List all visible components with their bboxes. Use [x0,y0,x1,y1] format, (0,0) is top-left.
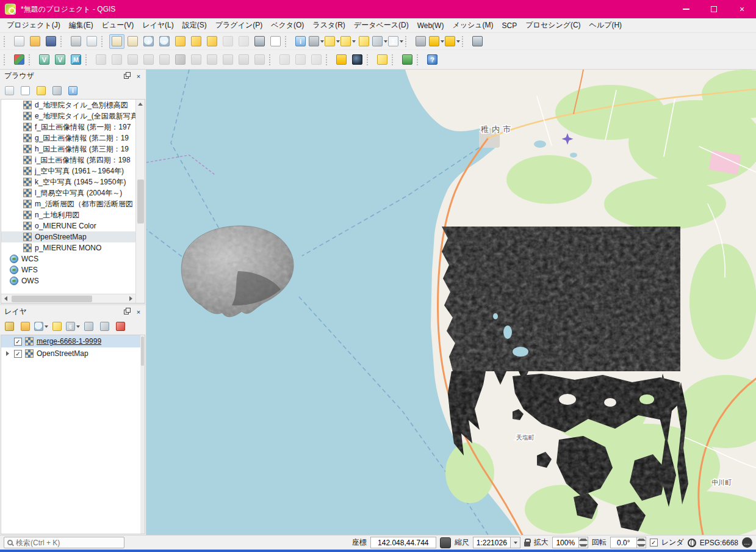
dropdown-arrow-icon[interactable] [352,40,356,43]
browser-item[interactable]: k_空中写真 (1945～1950年) [1,176,135,187]
browser-item[interactable]: h_国土画像情報 (第三期：19 [1,143,135,154]
trim-extend-button[interactable] [309,53,324,67]
browser-item[interactable]: n_土地利用図 [1,209,135,220]
scroll-right-button[interactable] [126,294,135,303]
close-panel-button[interactable]: × [134,307,143,316]
new-shapefile-layer-button[interactable]: V [52,53,68,67]
toolbar-grip[interactable] [392,54,397,65]
rotation-spinner[interactable] [637,537,646,548]
save-layer-edits-button[interactable] [109,53,124,67]
temporal-controller-button[interactable] [470,34,485,49]
scrollbar-thumb[interactable] [12,296,92,302]
add-selected-layers-button[interactable] [2,84,16,98]
layer-visibility-checkbox[interactable]: ✓ [14,338,22,346]
scale-dropdown-button[interactable] [511,537,520,548]
menu-vector[interactable]: ベクタ(O) [267,18,308,32]
multiedit-button[interactable] [293,53,308,67]
menu-help[interactable]: ヘルプ(H) [585,18,627,32]
toolbar-grip[interactable] [367,54,372,65]
menu-view[interactable]: ビュー(V) [98,18,139,32]
show-bookmarks-button[interactable] [445,34,460,49]
cut-features-button[interactable] [189,53,204,67]
dropdown-arrow-icon[interactable] [400,40,403,43]
log-messages-button[interactable] [400,53,415,67]
browser-item[interactable]: o_MIERUNE Color [1,220,135,231]
map-tips-button[interactable] [413,34,428,49]
browser-item[interactable]: g_国土画像情報 (第二期：19 [1,133,135,143]
copy-features-button[interactable] [204,53,220,67]
layer-visibility-checkbox[interactable]: ✓ [14,350,22,358]
zoom-full-button[interactable] [173,34,188,49]
maximize-button[interactable] [700,0,728,18]
browser-item[interactable]: p_MIERUNE MONO [1,242,135,253]
locator-search[interactable] [4,537,124,548]
browser-item[interactable]: d_地理院タイル_色別標高図 [1,100,135,111]
minimize-button[interactable] [672,0,700,18]
metasearch-button[interactable] [350,53,365,67]
toolbar-grip[interactable] [4,36,9,47]
filter-browser-button[interactable] [34,84,48,98]
new-virtual-layer-button[interactable]: M [68,53,84,67]
select-features-button[interactable] [325,34,340,49]
layers-vertical-scrollbar[interactable] [140,335,145,534]
coordinate-input[interactable] [370,537,436,548]
dropdown-arrow-icon[interactable] [336,40,340,43]
expand-layer-button[interactable] [4,351,11,356]
measure-button[interactable] [372,34,387,49]
layer-item-merge[interactable]: ✓ merge-6668-1-9999 [1,335,140,347]
menu-mesh[interactable]: メッシュ(M) [448,18,497,32]
toggle-editing-button[interactable] [93,53,109,67]
delete-selected-button[interactable] [173,53,188,67]
dropdown-arrow-icon[interactable] [384,40,387,43]
toolbar-grip[interactable] [462,36,467,47]
crs-status-button[interactable]: EPSG:6668 [700,539,738,547]
move-feature-button[interactable] [141,53,156,67]
toolbar-grip[interactable] [101,36,106,47]
browser-item-ows[interactable]: OWS [1,275,135,286]
browser-horizontal-scrollbar[interactable] [1,294,135,303]
properties-widget-button[interactable]: i [66,84,80,98]
undo-button[interactable] [236,53,251,67]
browser-item-openstreetmap[interactable]: OpenStreetMap [1,231,135,242]
float-panel-button[interactable] [121,307,131,316]
browser-item[interactable]: i_国土画像情報 (第四期：198 [1,154,135,165]
save-project-button[interactable] [43,34,59,49]
identify-features-button[interactable]: i [293,34,308,49]
browser-item[interactable]: e_地理院タイル_(全国最新写真 [1,111,135,122]
browser-item-wcs[interactable]: WCS [1,253,135,264]
scroll-up-button[interactable] [136,100,145,109]
new-bookmark-button[interactable] [429,34,444,49]
toolbar-grip[interactable] [29,54,34,65]
dropdown-arrow-icon[interactable] [45,325,48,328]
new-print-layout-button[interactable] [68,34,84,49]
close-button[interactable]: × [728,0,756,18]
dropdown-arrow-icon[interactable] [76,325,80,328]
toolbar-grip[interactable] [85,54,90,65]
filter-by-expression-button[interactable]: ε [66,320,80,333]
menu-web[interactable]: Web(W) [413,20,448,32]
extents-toggle-icon[interactable] [440,537,451,548]
render-checkbox[interactable]: ✓ [650,539,658,547]
filter-legend-button[interactable] [50,320,64,333]
layer-item-openstreetmap[interactable]: ✓ OpenStreetMap [1,347,140,360]
menu-scp[interactable]: SCP [498,20,522,32]
run-feature-action-button[interactable] [309,34,324,49]
zoom-out-button[interactable]: − [157,34,172,49]
dropdown-arrow-icon[interactable] [456,40,460,43]
toolbar-grip[interactable] [269,54,274,65]
browser-vertical-scrollbar[interactable] [135,100,145,303]
browser-item[interactable]: m_活断層図（都市圏活断層図 [1,198,135,209]
layer-styling-button[interactable] [2,320,16,333]
vertex-tool-button[interactable] [157,53,172,67]
scrollbar-thumb[interactable] [137,180,144,223]
magnifier-spinner[interactable] [579,537,588,548]
new-map-view-button[interactable] [252,34,267,49]
menu-settings[interactable]: 設定(S) [178,18,211,32]
menu-edit[interactable]: 編集(E) [65,18,98,32]
new-geopackage-layer-button[interactable]: V [37,53,52,67]
magnifier-input[interactable] [552,537,579,548]
toolbar-grip[interactable] [326,54,331,65]
search-input[interactable] [16,539,121,547]
redo-button[interactable] [252,53,267,67]
menu-layer[interactable]: レイヤ(L) [138,18,178,32]
